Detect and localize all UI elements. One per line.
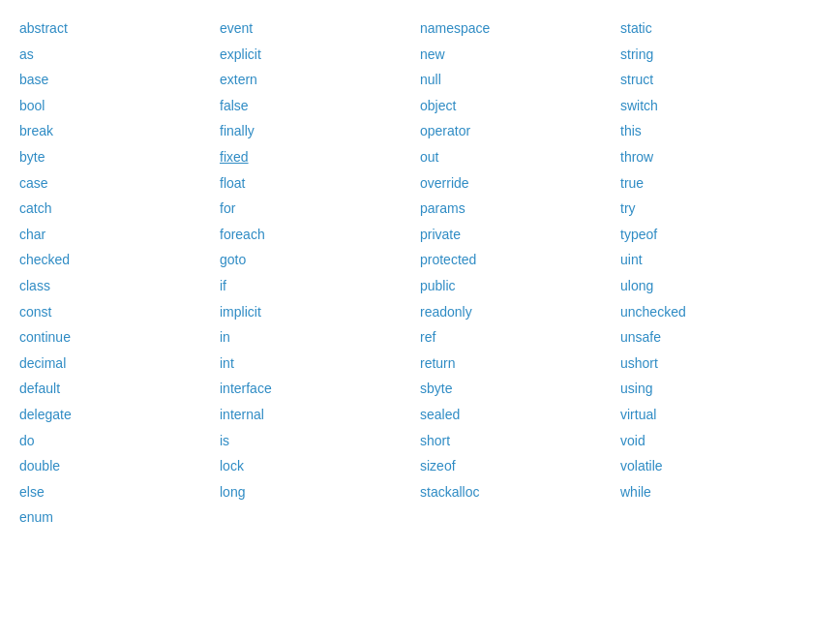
keyword-string[interactable]: string (620, 42, 821, 68)
keyword-bool[interactable]: bool (19, 93, 220, 119)
keyword-do[interactable]: do (19, 428, 220, 454)
keyword-if[interactable]: if (220, 273, 420, 299)
keyword-column-1: abstractasbaseboolbreakbytecasecatchchar… (19, 15, 220, 531)
keywords-grid: abstractasbaseboolbreakbytecasecatchchar… (19, 15, 821, 531)
keyword-stackalloc[interactable]: stackalloc (420, 479, 620, 505)
keyword-uint[interactable]: uint (620, 247, 821, 273)
keyword-base[interactable]: base (19, 67, 220, 93)
keyword-fixed[interactable]: fixed (220, 144, 420, 170)
keyword-override[interactable]: override (420, 170, 620, 197)
keyword-checked[interactable]: checked (19, 247, 220, 273)
keyword-double[interactable]: double (19, 453, 220, 479)
keyword-extern[interactable]: extern (220, 67, 420, 93)
keyword-continue[interactable]: continue (19, 324, 220, 351)
keyword-case[interactable]: case (19, 170, 220, 197)
keyword-as[interactable]: as (19, 42, 220, 68)
keyword-in[interactable]: in (220, 324, 420, 351)
keyword-return[interactable]: return (420, 351, 620, 377)
keyword-virtual[interactable]: virtual (620, 402, 821, 428)
keyword-byte[interactable]: byte (19, 144, 220, 170)
keyword-volatile[interactable]: volatile (620, 453, 821, 479)
keyword-try[interactable]: try (620, 196, 821, 222)
keyword-unchecked[interactable]: unchecked (620, 299, 821, 325)
keyword-void[interactable]: void (620, 428, 821, 454)
keyword-ushort[interactable]: ushort (620, 351, 821, 377)
keyword-operator[interactable]: operator (420, 118, 620, 144)
keyword-using[interactable]: using (620, 376, 821, 402)
keyword-static[interactable]: static (620, 15, 821, 42)
keyword-false[interactable]: false (220, 93, 420, 119)
keyword-abstract[interactable]: abstract (19, 15, 220, 42)
keyword-readonly[interactable]: readonly (420, 299, 620, 325)
keyword-new[interactable]: new (420, 42, 620, 68)
keyword-namespace[interactable]: namespace (420, 15, 620, 42)
keyword-lock[interactable]: lock (220, 453, 420, 479)
keyword-while[interactable]: while (620, 479, 821, 505)
keyword-throw[interactable]: throw (620, 144, 821, 170)
keyword-int[interactable]: int (220, 351, 420, 377)
keyword-event[interactable]: event (220, 15, 420, 42)
keyword-explicit[interactable]: explicit (220, 42, 420, 68)
keyword-class[interactable]: class (19, 273, 220, 299)
keyword-for[interactable]: for (220, 196, 420, 222)
keyword-struct[interactable]: struct (620, 67, 821, 93)
keyword-params[interactable]: params (420, 196, 620, 222)
keyword-ref[interactable]: ref (420, 324, 620, 351)
keyword-enum[interactable]: enum (19, 504, 220, 531)
keyword-sizeof[interactable]: sizeof (420, 453, 620, 479)
keyword-public[interactable]: public (420, 273, 620, 299)
keyword-delegate[interactable]: delegate (19, 402, 220, 428)
keyword-ulong[interactable]: ulong (620, 273, 821, 299)
keyword-switch[interactable]: switch (620, 93, 821, 119)
keyword-column-3: namespacenewnullobjectoperatoroutoverrid… (420, 15, 620, 531)
keyword-unsafe[interactable]: unsafe (620, 324, 821, 351)
keyword-const[interactable]: const (19, 299, 220, 325)
keyword-column-2: eventexplicitexternfalsefinallyfixedfloa… (220, 15, 420, 531)
keyword-char[interactable]: char (19, 222, 220, 248)
keyword-default[interactable]: default (19, 376, 220, 402)
keyword-internal[interactable]: internal (220, 402, 420, 428)
keyword-decimal[interactable]: decimal (19, 351, 220, 377)
keyword-else[interactable]: else (19, 479, 220, 505)
keyword-short[interactable]: short (420, 428, 620, 454)
keyword-sealed[interactable]: sealed (420, 402, 620, 428)
keyword-break[interactable]: break (19, 118, 220, 144)
keyword-out[interactable]: out (420, 144, 620, 170)
keyword-foreach[interactable]: foreach (220, 222, 420, 248)
keyword-sbyte[interactable]: sbyte (420, 376, 620, 402)
keyword-implicit[interactable]: implicit (220, 299, 420, 325)
keyword-private[interactable]: private (420, 222, 620, 248)
keyword-null[interactable]: null (420, 67, 620, 93)
keyword-finally[interactable]: finally (220, 118, 420, 144)
keyword-typeof[interactable]: typeof (620, 222, 821, 248)
keyword-object[interactable]: object (420, 93, 620, 119)
keyword-catch[interactable]: catch (19, 196, 220, 222)
keyword-long[interactable]: long (220, 479, 420, 505)
keyword-protected[interactable]: protected (420, 247, 620, 273)
keyword-float[interactable]: float (220, 170, 420, 197)
keyword-interface[interactable]: interface (220, 376, 420, 402)
keyword-column-4: staticstringstructswitchthisthrowtruetry… (620, 15, 821, 531)
keyword-is[interactable]: is (220, 428, 420, 454)
keyword-true[interactable]: true (620, 170, 821, 197)
keyword-goto[interactable]: goto (220, 247, 420, 273)
keyword-this[interactable]: this (620, 118, 821, 144)
